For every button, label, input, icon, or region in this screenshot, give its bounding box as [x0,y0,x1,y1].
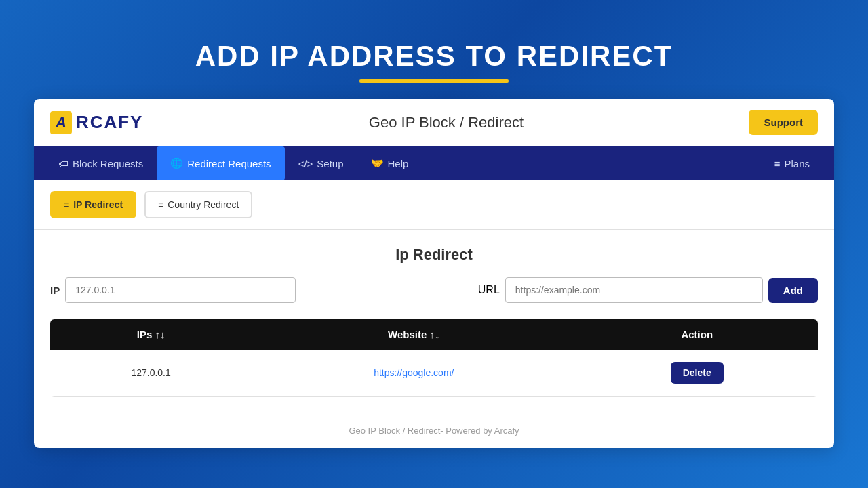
cell-ip: 127.0.0.1 [50,350,252,396]
plans-list-icon: ≡ [774,158,781,169]
nav-label-block-requests: Block Requests [73,158,143,169]
nav-right: ≡ Plans [761,147,823,180]
toolbar: ≡ IP Redirect ≡ Country Redirect [34,180,834,230]
tag-icon: 🏷 [58,158,68,169]
header-title: Geo IP Block / Redirect [369,114,524,131]
main-card: A RCAFY Geo IP Block / Redirect Support … [34,99,834,448]
table-head: IPs ↑↓ Website ↑↓ Action [50,319,818,350]
page-title: ADD IP ADDRESS TO REDIRECT [195,40,673,73]
nav-plans-label: Plans [784,158,810,169]
card-footer: Geo IP Block / Redirect- Powered by Arca… [34,413,834,448]
nav-label-redirect-requests: Redirect Requests [187,158,271,169]
country-redirect-button[interactable]: ≡ Country Redirect [144,191,252,218]
nav-bar: 🏷 Block Requests 🌐 Redirect Requests </>… [34,146,834,180]
ip-input[interactable] [65,277,296,303]
card-header: A RCAFY Geo IP Block / Redirect Support [34,99,834,146]
data-table: IPs ↑↓ Website ↑↓ Action 127.0.0.1https:… [50,319,818,396]
ip-redirect-button[interactable]: ≡ IP Redirect [50,191,136,218]
form-row: IP URL Add [50,277,818,303]
ip-redirect-label: IP Redirect [73,199,123,210]
nav-item-setup[interactable]: </> Setup [285,147,357,180]
logo-icon: A [50,111,72,134]
country-redirect-icon: ≡ [158,199,163,210]
title-underline [359,79,509,83]
col-action: Action [576,319,818,350]
cell-website: https://google.com/ [252,350,576,396]
cell-action: Delete [576,350,818,396]
table-header-row: IPs ↑↓ Website ↑↓ Action [50,319,818,350]
footer-text: Geo IP Block / Redirect- Powered by Arca… [349,426,519,436]
col-website: Website ↑↓ [252,319,576,350]
ip-form-group: IP [50,277,296,303]
nav-item-redirect-requests[interactable]: 🌐 Redirect Requests [157,146,284,180]
section-title: Ip Redirect [50,246,818,264]
nav-item-help[interactable]: 🤝 Help [357,146,422,180]
url-input[interactable] [505,277,763,303]
country-redirect-label: Country Redirect [167,199,239,210]
support-button[interactable]: Support [749,110,818,135]
delete-button[interactable]: Delete [671,362,724,384]
ip-redirect-icon: ≡ [64,199,69,210]
page-title-area: ADD IP ADDRESS TO REDIRECT [195,40,673,83]
ip-label: IP [50,285,60,296]
logo-text: RCAFY [76,112,144,133]
url-label: URL [478,284,500,296]
nav-item-block-requests[interactable]: 🏷 Block Requests [45,147,157,180]
globe-icon: 🌐 [170,157,183,169]
add-button[interactable]: Add [768,278,818,303]
nav-label-setup: Setup [317,158,343,169]
nav-plans[interactable]: ≡ Plans [761,147,823,180]
table-row: 127.0.0.1https://google.com/Delete [50,350,818,396]
help-icon: 🤝 [371,157,384,169]
url-form-group: URL Add [307,277,818,303]
table-body: 127.0.0.1https://google.com/Delete [50,350,818,396]
nav-label-help: Help [388,158,409,169]
nav-left: 🏷 Block Requests 🌐 Redirect Requests </>… [45,146,422,180]
code-icon: </> [298,158,313,169]
content-area: Ip Redirect IP URL Add IPs ↑↓ Website ↑↓… [34,230,834,413]
col-ips: IPs ↑↓ [50,319,252,350]
logo-area: A RCAFY [50,111,143,134]
